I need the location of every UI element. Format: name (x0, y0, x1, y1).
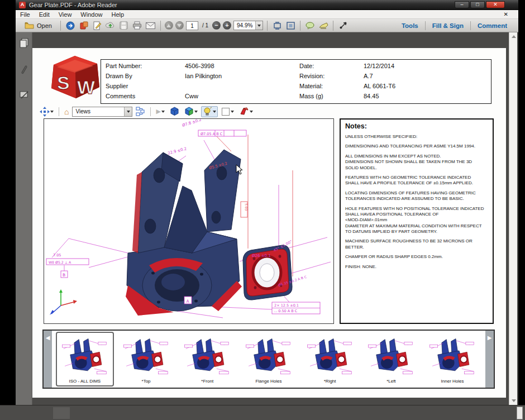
scroll-left-button[interactable]: ◀ (44, 331, 52, 388)
chevron-down-icon[interactable] (124, 107, 132, 116)
thumbnail-label: *Right (324, 379, 336, 384)
view-thumbnail[interactable]: *Top (117, 332, 175, 386)
comment-bubble-icon[interactable] (304, 20, 316, 31)
dim-label: 5.03 (245, 203, 249, 211)
cross-section-button[interactable] (237, 106, 255, 117)
gear-plate-3d-view: Ø7.8 ±0.2 Ø7.05 A B C 22.9 ±0.2 Ø5.5 ±0.… (44, 119, 333, 323)
comment-button[interactable]: Comment (471, 22, 514, 29)
fill-sign-button[interactable]: Fill & Sign (426, 22, 470, 29)
info-label: Revision: (299, 71, 364, 82)
thumbnail-part-image (306, 335, 354, 378)
next-page-icon[interactable] (175, 21, 184, 30)
model-viewport[interactable]: Ø7.8 ±0.2 Ø7.05 A B C 22.9 ±0.2 Ø5.5 ±0.… (44, 118, 334, 324)
menu-item[interactable]: Edit (35, 11, 54, 18)
menu-item[interactable]: Help (107, 11, 128, 18)
print-icon[interactable] (132, 20, 143, 31)
dim-label: Ø26 ±0.1 (252, 254, 271, 258)
page-number-input[interactable]: 1 (186, 21, 198, 30)
menu-item[interactable]: File (16, 11, 35, 18)
taskbar-button[interactable] (53, 407, 70, 419)
windows-taskbar[interactable] (0, 405, 525, 420)
view-thumbnail[interactable]: Flange Holes (240, 332, 298, 386)
document-close-icon[interactable]: ✕ (504, 11, 514, 17)
background-color-button[interactable] (219, 106, 236, 117)
show-desktop-button[interactable] (517, 407, 523, 419)
info-label: Date: (299, 61, 364, 71)
maximize-button[interactable]: □ (470, 1, 485, 8)
view-thumbnail[interactable]: *Left (362, 332, 420, 386)
scrolling-mode-icon[interactable] (271, 20, 283, 31)
zoom-level-select[interactable]: 94.9% (233, 21, 263, 30)
adobe-export-icon[interactable] (65, 20, 76, 31)
chevron-down-icon[interactable] (255, 21, 262, 30)
view-thumbnail[interactable]: ISO - ALL DIMS (56, 332, 114, 386)
dim-label: 22.9 ±0.2 (167, 146, 187, 156)
cloud-upload-icon[interactable] (105, 20, 116, 31)
fcf-label: Ø7.05 A B C (201, 132, 223, 136)
scroll-up-icon[interactable] (512, 35, 516, 38)
minimize-button[interactable]: – (455, 1, 469, 8)
info-label: Drawn By (106, 71, 185, 82)
view-thumbnail[interactable]: *Right (301, 332, 359, 386)
zoom-out-icon[interactable]: − (212, 21, 221, 30)
annotations-button[interactable] (201, 106, 218, 117)
email-icon[interactable] (145, 20, 156, 31)
shaded-view-button[interactable] (168, 106, 181, 117)
info-label: Part Number: (106, 61, 185, 71)
sign-document-icon[interactable] (92, 20, 103, 31)
window-controls: – □ ✕ (455, 1, 515, 8)
scroll-right-button[interactable]: ▶ (485, 331, 494, 388)
edrawings-toolbar: ⌂ Views ▶ (38, 105, 255, 118)
menu-item[interactable]: Window (76, 11, 107, 18)
page-thumbnails-icon[interactable] (19, 38, 29, 48)
part-info-values-right: 12/12/2014A.7AL 6061-T684.45 (364, 60, 491, 103)
display-mode-button[interactable] (183, 106, 199, 117)
orbit-tool-button[interactable] (38, 106, 55, 117)
task-pane-links: Tools Fill & Sign Comment (395, 21, 514, 30)
arrow-right-icon: ▶ (488, 335, 492, 388)
multicolor-cube-icon (184, 107, 194, 116)
note-paragraph: FINISH: NONE. (345, 264, 488, 270)
part-info-labels-right: Date:Revision:Material:Mass (g) (299, 60, 364, 103)
tools-button[interactable]: Tools (395, 22, 425, 29)
thumbnail-part-image (428, 335, 476, 378)
zoom-in-icon[interactable]: + (223, 21, 231, 30)
thumbnail-part-image (183, 335, 231, 378)
title-bar[interactable]: A Gear Plate.PDF - Adobe Reader – □ ✕ (16, 0, 518, 10)
signature-stamp-icon[interactable] (318, 20, 329, 31)
play-animation-button[interactable]: ▶ (154, 106, 166, 117)
adobe-reader-window: A Gear Plate.PDF - Adobe Reader – □ ✕ Fi… (16, 0, 518, 405)
scroll-down-icon[interactable] (512, 399, 516, 402)
info-label: Mass (g) (299, 92, 364, 102)
fit-page-icon[interactable] (285, 20, 296, 31)
toolbar-separator (59, 107, 59, 116)
views-select[interactable]: Views (72, 107, 132, 117)
vertical-scrollbar[interactable] (509, 32, 517, 405)
model-tree-button[interactable] (134, 106, 147, 117)
info-value: Cww (185, 92, 299, 102)
datum-label: A (187, 299, 190, 304)
thumbnail-label: Flange Holes (255, 379, 281, 384)
comments-list-icon[interactable] (19, 90, 29, 99)
datum-label: B (63, 273, 65, 278)
note-paragraph: LOCATING DIMENSIONS OF FEATURES HAVING G… (345, 190, 488, 202)
solidworks-logo: S W (46, 52, 103, 101)
save-icon[interactable] (118, 20, 130, 31)
share-icon[interactable] (337, 20, 349, 31)
close-button[interactable]: ✕ (486, 1, 505, 8)
note-paragraph: DIMENSIONING AND TOLERANCING PER ASME Y1… (345, 144, 488, 149)
menu-item[interactable]: View (54, 11, 77, 18)
adobe-send-icon[interactable] (78, 20, 89, 31)
view-thumbnail[interactable]: *Front (178, 332, 236, 386)
info-label: Supplier (106, 82, 185, 92)
attachments-paperclip-icon[interactable] (20, 64, 28, 75)
fcf-label: 2× 12.5 ±0.1 (274, 303, 299, 308)
previous-page-icon[interactable] (165, 21, 173, 30)
pdf-page[interactable]: S W Part Number:Drawn BySupplierComments… (32, 48, 506, 398)
page-count-label: / 1 (201, 22, 210, 28)
view-thumbnail-strip: ◀ (42, 330, 495, 389)
open-button[interactable]: Open (20, 21, 56, 30)
adobe-reader-app-icon: A (19, 2, 26, 8)
home-view-button[interactable]: ⌂ (63, 106, 70, 117)
view-thumbnail[interactable]: Inner Holes (423, 332, 481, 386)
